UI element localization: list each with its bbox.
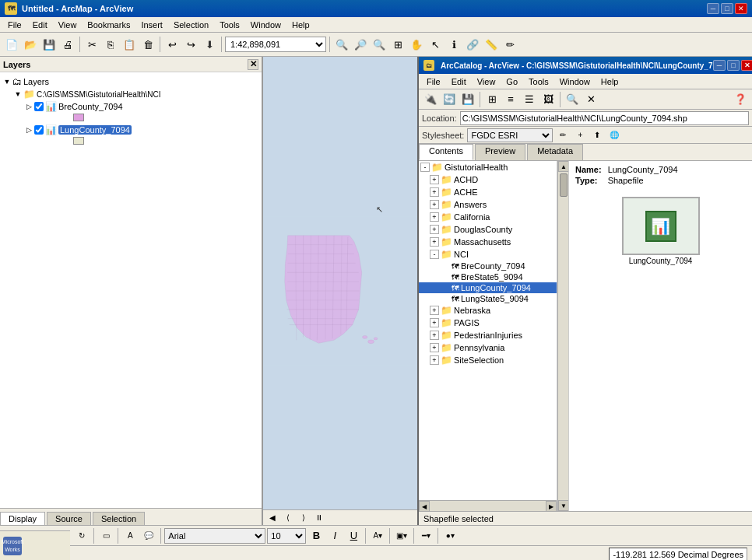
catalog-vscrollbar[interactable]: ▲ ▼ [557, 161, 568, 511]
siteselection-expand[interactable]: + [430, 355, 439, 365]
line-color-btn[interactable]: ━▾ [417, 527, 434, 544]
cat-node-ache[interactable]: + 📁 ACHE [419, 186, 557, 198]
italic-button[interactable]: I [326, 527, 343, 544]
font-size-select[interactable]: 10 [267, 528, 306, 544]
pennsylvania-expand[interactable]: + [430, 343, 439, 352]
stylesheet-select[interactable]: FGDC ESRI [467, 128, 553, 142]
save-button[interactable]: 💾 [40, 36, 58, 53]
answers-expand[interactable]: + [430, 200, 439, 209]
minimize-button[interactable]: ─ [707, 3, 719, 14]
tab-selection[interactable]: Selection [93, 512, 145, 525]
zoom-dropdown[interactable]: 1:42,898,091 [225, 37, 326, 52]
nci-expand[interactable]: - [430, 250, 439, 259]
cat-node-california[interactable]: + 📁 California [419, 211, 557, 223]
close-button[interactable]: ✕ [735, 3, 747, 14]
menu-window[interactable]: Window [246, 19, 286, 30]
catalog-maximize-button[interactable]: □ [727, 60, 740, 71]
pagis-expand[interactable]: + [430, 318, 439, 327]
hscroll-left-btn[interactable]: ◀ [419, 501, 430, 511]
catalog-menu-file[interactable]: File [422, 76, 445, 87]
add-data-button[interactable]: ⬇ [201, 36, 218, 53]
cat-node-brestate[interactable]: 🗺 BreState5_9094 [419, 271, 557, 282]
catalog-menu-edit[interactable]: Edit [447, 76, 471, 87]
zoom-in-button[interactable]: 🔎 [352, 36, 369, 53]
california-expand[interactable]: + [430, 212, 439, 222]
undo-button[interactable]: ↩ [163, 36, 181, 53]
cat-node-nebraska[interactable]: + 📁 Nebraska [419, 304, 557, 317]
menu-bookmarks[interactable]: Bookmarks [83, 19, 135, 30]
catalog-help-btn[interactable]: ❓ [732, 91, 749, 108]
cat-node-lungcounty[interactable]: 🗺 LungCounty_7094 [419, 282, 557, 293]
new-button[interactable]: 📄 [3, 36, 20, 53]
select-button[interactable]: ↖ [427, 36, 444, 53]
cat-node-mass[interactable]: + 📁 Massachusetts [419, 236, 557, 248]
print-button[interactable]: 🖨 [59, 36, 76, 53]
cat-node-gistutorialhealth[interactable]: - 📁 GistutorialHealth [419, 161, 557, 173]
brecounty-checkbox[interactable] [34, 102, 44, 111]
delete-button[interactable]: 🗑 [139, 36, 156, 53]
cat-node-pagis[interactable]: + 📁 PAGIS [419, 317, 557, 329]
catalog-delete-btn[interactable]: ✕ [582, 91, 599, 108]
pan-button[interactable]: ✋ [408, 36, 425, 53]
stylesheet-web-btn[interactable]: 🌐 [607, 128, 621, 142]
gishealth-expand[interactable]: - [420, 163, 430, 172]
open-button[interactable]: 📂 [22, 36, 39, 53]
catalog-search-btn[interactable]: 🔍 [564, 91, 581, 108]
menu-view[interactable]: View [54, 19, 82, 30]
catalog-large-icons-btn[interactable]: ⊞ [483, 91, 501, 108]
redo-button[interactable]: ↪ [182, 36, 199, 53]
zoom-out-button[interactable]: 🔍 [371, 36, 388, 53]
paste-button[interactable]: 📋 [121, 36, 138, 53]
mass-expand[interactable]: + [430, 237, 439, 247]
underline-button[interactable]: U [345, 527, 362, 544]
catalog-menu-go[interactable]: Go [501, 76, 522, 87]
catalog-tab-contents[interactable]: Contents [419, 144, 473, 160]
menu-insert[interactable]: Insert [136, 19, 167, 30]
copy-button[interactable]: ⎘ [102, 36, 119, 53]
hscroll-right-btn[interactable]: ▶ [546, 501, 557, 511]
cat-node-pennsylvania[interactable]: + 📁 Pennsylvania [419, 341, 557, 354]
catalog-menu-help[interactable]: Help [596, 76, 624, 87]
toc-path-folder[interactable]: ▼ 📁 C:\GIS\MSSM\GistutorialHealth\NCI [14, 88, 258, 100]
menu-tools[interactable]: Tools [215, 19, 244, 30]
map-prev-extent[interactable]: ⟨ [282, 512, 294, 524]
drawing-callout-btn[interactable]: 💬 [140, 527, 157, 544]
cut-button[interactable]: ✂ [83, 36, 100, 53]
toc-layers-root[interactable]: ▼ 🗂 Layers [3, 75, 258, 88]
measure-button[interactable]: 📏 [483, 36, 500, 53]
tab-source[interactable]: Source [47, 512, 91, 525]
tab-display[interactable]: Display [0, 512, 45, 525]
catalog-connect-btn[interactable]: 🔌 [422, 91, 439, 108]
full-extent-button[interactable]: ⊞ [389, 36, 406, 53]
catalog-list-btn[interactable]: ≡ [502, 91, 519, 108]
drawing-text-btn[interactable]: A [121, 527, 139, 544]
drawing-rotate-btn[interactable]: ↻ [73, 527, 90, 544]
lungcounty-checkbox[interactable] [34, 125, 44, 135]
stylesheet-export-btn[interactable]: ⬆ [590, 128, 604, 142]
cat-node-brecounty[interactable]: 🗺 BreCounty_7094 [419, 261, 557, 271]
menu-file[interactable]: File [3, 19, 26, 30]
map-next-extent[interactable]: ⟩ [297, 512, 310, 524]
toc-brecounty-item[interactable]: ▷ 📊 BreCounty_7094 [25, 100, 258, 113]
catalog-thumbnails-btn[interactable]: 🖼 [539, 91, 557, 108]
toc-close-button[interactable]: ✕ [248, 59, 258, 70]
menu-help[interactable]: Help [287, 19, 315, 30]
catalog-minimize-button[interactable]: ─ [713, 60, 726, 71]
catalog-menu-view[interactable]: View [473, 76, 501, 87]
catalog-hscrollbar[interactable]: ◀ ▶ [419, 500, 557, 511]
cat-node-answers[interactable]: + 📁 Answers [419, 198, 557, 211]
stylesheet-edit-btn[interactable]: ✏ [556, 128, 570, 142]
font-color-btn[interactable]: A▾ [369, 527, 386, 544]
maximize-button[interactable]: □ [721, 3, 733, 14]
identify-button[interactable]: 🔍 [333, 36, 350, 53]
fill-color-btn[interactable]: ▣▾ [393, 527, 410, 544]
catalog-refresh-btn[interactable]: 🔄 [441, 91, 458, 108]
font-select[interactable]: Arial [164, 528, 265, 544]
cat-node-douglas[interactable]: + 📁 DouglasCounty [419, 223, 557, 236]
cat-node-siteselection[interactable]: + 📁 SiteSelection [419, 354, 557, 366]
menu-selection[interactable]: Selection [169, 19, 213, 30]
cat-node-pedestrian[interactable]: + 📁 PedestrianInjuries [419, 329, 557, 341]
catalog-tree[interactable]: - 📁 GistutorialHealth + 📁 ACHD + 📁 [419, 161, 557, 511]
catalog-menu-window[interactable]: Window [555, 76, 595, 87]
douglas-expand[interactable]: + [430, 225, 439, 234]
